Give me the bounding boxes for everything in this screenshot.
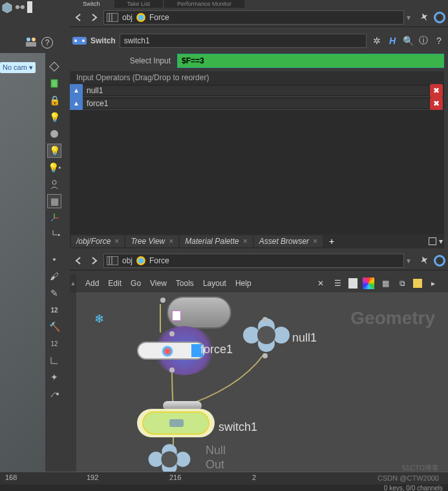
connector-dot[interactable] [169, 367, 175, 373]
svg-point-16 [56, 393, 59, 395]
angle-icon[interactable] [47, 353, 61, 367]
wrench-cross-icon[interactable]: ✕ [315, 278, 326, 289]
sticky-note-icon[interactable] [413, 279, 422, 288]
follow-ring-icon[interactable] [434, 255, 445, 267]
svg-point-10 [52, 180, 56, 184]
lightbulb-plus-icon[interactable]: 💡▸ [47, 160, 61, 175]
search-icon[interactable]: 🔍 [401, 34, 414, 47]
watermark-51cto: 51CTO博客 [402, 463, 439, 473]
viewport-3d[interactable] [0, 53, 45, 472]
connector-dot[interactable] [169, 331, 175, 336]
delete-icon[interactable]: ✖ [430, 97, 443, 110]
gear-icon[interactable]: ✲ [370, 34, 383, 47]
network-path-toolbar: obj Force ▾ [70, 251, 448, 270]
top-tab-perfmon[interactable]: Performance Monitor [164, 0, 244, 8]
connector-dot[interactable] [262, 317, 268, 322]
list-item[interactable]: ▲ force1 ✖ [70, 97, 444, 110]
tab-objforce[interactable]: /obj/Force× [71, 235, 124, 247]
twelve-icon[interactable]: 12 [47, 303, 61, 317]
close-icon[interactable]: × [243, 237, 248, 246]
grid-icon[interactable]: ▦ [379, 278, 391, 289]
cube-icon[interactable] [1, 1, 13, 27]
more-arrow-icon[interactable]: ▸ [427, 278, 439, 289]
page-icon[interactable] [348, 278, 357, 289]
pen-icon[interactable]: ✎ [47, 286, 61, 300]
menu-edit[interactable]: Edit [108, 279, 122, 288]
menu-view[interactable]: View [150, 279, 167, 288]
connector-dot[interactable] [160, 298, 165, 303]
pin-icon[interactable] [418, 252, 434, 268]
nav-back-icon[interactable] [72, 11, 85, 24]
help-circle-icon[interactable]: ? [41, 37, 53, 49]
add-tab-button[interactable]: + [324, 235, 339, 248]
blank-doc-icon[interactable] [27, 1, 32, 13]
close-icon[interactable]: × [114, 237, 119, 246]
shelf-page-green-icon[interactable] [47, 76, 61, 91]
menu-go[interactable]: Go [131, 279, 141, 288]
color-palette-icon[interactable] [363, 278, 374, 289]
nav-forward-icon[interactable] [88, 11, 101, 24]
connector-dot[interactable] [262, 353, 268, 358]
link-nodes-icon[interactable] [14, 1, 26, 27]
follow-ring-icon[interactable] [434, 12, 445, 23]
tab-asset-browser[interactable]: Asset Browser× [254, 235, 323, 247]
twelve-repeat-icon[interactable]: 12 [47, 336, 61, 351]
template-flag-icon[interactable] [172, 311, 181, 321]
help-icon[interactable]: ? [432, 34, 445, 47]
menu-add[interactable]: Add [85, 279, 99, 288]
list-item[interactable]: ▲ null1 ✖ [70, 84, 444, 97]
close-icon[interactable]: × [169, 237, 173, 246]
shelf-diamond-icon[interactable] [47, 60, 61, 74]
path-level: obj [122, 256, 133, 265]
info-icon[interactable]: ⓘ [417, 34, 430, 47]
delete-icon[interactable]: ✖ [430, 84, 443, 97]
svg-point-4 [27, 38, 30, 41]
tree-list-icon[interactable]: ☰ [332, 278, 343, 289]
node-name-input[interactable] [120, 34, 367, 48]
select-input-expression[interactable]: $F==3 [177, 54, 444, 68]
pane-menu-icon[interactable]: ▾ [439, 237, 443, 246]
menu-help[interactable]: Help [235, 279, 251, 288]
path-dropdown-icon[interactable]: ▾ [407, 13, 417, 22]
top-tab-switch[interactable]: Switch [70, 0, 113, 8]
reorder-up-icon[interactable]: ▲ [70, 97, 83, 110]
dot-tool-icon[interactable]: • [47, 252, 61, 267]
sphere-material-icon[interactable] [47, 127, 61, 141]
menu-tools[interactable]: Tools [176, 279, 194, 288]
tab-treeview[interactable]: Tree View× [125, 235, 178, 247]
network-node-switch1[interactable] [137, 405, 228, 444]
top-tab-takelist[interactable]: Take List [114, 0, 164, 8]
path-dropdown-icon[interactable]: ▾ [407, 256, 417, 265]
network-path-field[interactable]: obj Force [103, 254, 404, 268]
camera-box-icon[interactable]: ▦ [47, 194, 61, 208]
pin-icon[interactable] [418, 9, 434, 25]
network-editor[interactable]: Geometry ❄ force1 null1 switch1 Null Out [76, 292, 448, 472]
lock-icon[interactable]: 🔒 [47, 93, 61, 107]
keys-status: 0 keys, 0/0 channels [384, 485, 443, 491]
path-field[interactable]: obj Force [103, 10, 404, 25]
lightbulb-off-icon[interactable]: 💡 [47, 110, 61, 124]
tab-material-palette[interactable]: Material Palette× [180, 235, 252, 247]
person-target-icon[interactable] [47, 177, 61, 191]
path-node: Force [149, 256, 169, 265]
reorder-up-icon[interactable]: ▲ [70, 84, 83, 97]
nav-forward-icon[interactable] [88, 254, 101, 267]
maximize-square-icon[interactable] [429, 237, 436, 245]
hammer-icon[interactable]: 🔨 [47, 320, 61, 334]
network-node-null1[interactable] [243, 318, 295, 355]
lightbulb-on-icon[interactable]: 💡 [47, 144, 61, 158]
close-icon[interactable]: × [313, 237, 317, 246]
layout-icon[interactable]: ⧉ [396, 278, 408, 289]
camera-dropdown[interactable]: No cam ▾ [0, 62, 36, 73]
curve-point-icon[interactable] [47, 387, 61, 401]
puzzle-icon[interactable]: ✦ [47, 370, 61, 384]
menubar-handle-icon[interactable]: ▲ [70, 274, 76, 292]
brush-icon[interactable]: 🖌 [47, 269, 61, 283]
pivot-axes-arrow-icon[interactable]: ▸ [47, 228, 61, 242]
menu-layout[interactable]: Layout [203, 279, 226, 288]
h-script-icon[interactable]: H [386, 34, 399, 47]
pivot-axes-icon[interactable] [47, 211, 61, 225]
group-people-icon[interactable] [25, 36, 37, 50]
freeze-flag-icon[interactable]: ❄ [94, 312, 104, 326]
nav-back-icon[interactable] [72, 254, 85, 267]
